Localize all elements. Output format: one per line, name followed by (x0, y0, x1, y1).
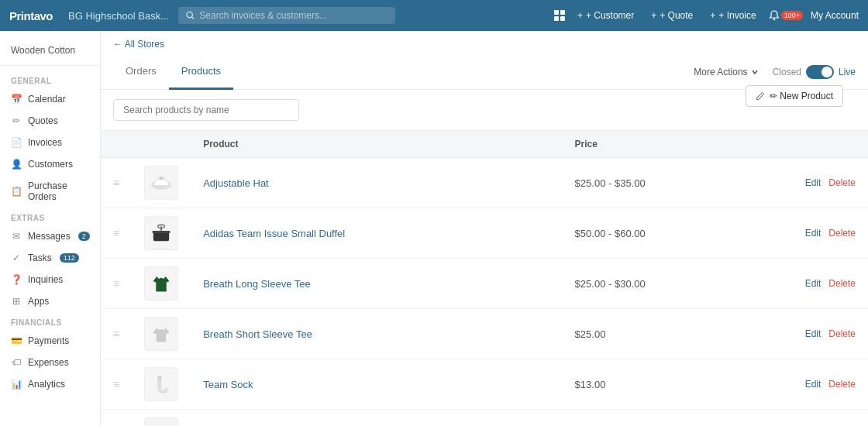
grid-view-icon[interactable] (554, 10, 565, 21)
edit-product-button[interactable]: Edit (805, 328, 822, 339)
new-product-button[interactable]: ✏ New Product (746, 85, 843, 107)
sidebar-section-financials: FINANCIALS (0, 312, 100, 330)
drag-handle[interactable]: ≡ (101, 158, 132, 208)
product-actions-cell: Edit Delete (775, 410, 868, 427)
product-actions-cell: Edit Delete (775, 158, 868, 208)
tab-products[interactable]: Products (169, 54, 233, 90)
sidebar-label-calendar: Calendar (28, 94, 66, 105)
main-content: ← All Stores Orders Products More Action… (101, 31, 868, 426)
product-name-link[interactable]: Breath Long Sleeve Tee (203, 278, 311, 290)
store-name: BG Highschool Bask... (68, 10, 169, 22)
delete-product-button[interactable]: Delete (828, 328, 856, 339)
message-icon: ✉ (11, 231, 22, 242)
check-icon: ✓ (11, 253, 22, 263)
svg-rect-10 (158, 376, 161, 378)
drag-handle[interactable]: ≡ (101, 259, 132, 309)
more-actions-button[interactable]: More Actions (687, 64, 764, 81)
table-row: ≡ Breath Long Sleeve Tee $25.00 - $30.00… (101, 259, 868, 309)
product-name-link[interactable]: Adidas Team Issue Small Duffel (203, 228, 345, 239)
product-image (144, 166, 178, 200)
live-toggle[interactable] (806, 65, 834, 79)
sidebar-label-payments: Payments (28, 335, 69, 346)
sidebar-item-apps[interactable]: ⊞ Apps (0, 290, 100, 312)
table-row: ≡ Breath Short Sleeve Tee $25.00 Edit De… (101, 309, 868, 359)
sidebar-item-analytics[interactable]: 📊 Analytics (0, 373, 100, 395)
toggle-knob (822, 67, 832, 77)
sidebar-item-calendar[interactable]: 📅 Calendar (0, 88, 100, 110)
product-name-link[interactable]: Breath Short Sleeve Tee (203, 328, 312, 340)
sidebar-item-customers[interactable]: 👤 Customers (0, 153, 100, 175)
product-image-cell (132, 158, 191, 208)
products-search-input[interactable] (113, 99, 299, 121)
delete-product-button[interactable]: Delete (828, 228, 856, 239)
drag-handle[interactable]: ≡ (101, 359, 132, 410)
product-image-cell (132, 309, 191, 359)
sidebar-item-expenses[interactable]: 🏷 Expenses (0, 352, 100, 373)
closed-label: Closed (773, 67, 801, 77)
back-to-stores-link[interactable]: ← All Stores (101, 31, 868, 54)
edit-product-button[interactable]: Edit (805, 228, 822, 239)
sidebar-item-quotes[interactable]: ✏ Quotes (0, 110, 100, 132)
my-account-link[interactable]: My Account (811, 10, 859, 21)
product-price: $25.00 - $30.00 (575, 278, 646, 290)
product-name-link[interactable]: Team Sock (203, 379, 253, 390)
product-image-cell (132, 208, 191, 259)
product-name-cell: Climalite Select Polo (191, 410, 562, 427)
edit-product-button[interactable]: Edit (805, 278, 822, 289)
product-price: $25.00 - $35.00 (575, 177, 646, 189)
edit-product-button[interactable]: Edit (805, 379, 822, 390)
product-price-cell: $25.00 - $35.00 (563, 158, 775, 208)
table-row: ≡ Climalite Select Polo $45.00 - $50.00 … (101, 410, 868, 427)
logo: Printavo (9, 9, 53, 22)
sidebar-item-messages[interactable]: ✉ Messages 2 (0, 225, 100, 247)
drag-handle-icon: ≡ (113, 378, 119, 390)
sidebar-item-purchase-orders[interactable]: 📋 Purchase Orders (0, 175, 100, 208)
product-price: $50.00 - $60.00 (575, 228, 646, 239)
sidebar-label-expenses: Expenses (28, 357, 69, 368)
calendar-icon: 📅 (11, 94, 22, 105)
col-actions (775, 131, 868, 158)
chart-icon: 📊 (11, 379, 22, 390)
drag-handle-icon: ≡ (113, 227, 119, 239)
tab-orders[interactable]: Orders (113, 54, 169, 90)
sidebar-item-inquiries[interactable]: ❓ Inquiries (0, 269, 100, 290)
person-icon: 👤 (11, 159, 22, 170)
product-actions: Edit Delete (787, 379, 856, 390)
search-input[interactable] (199, 10, 388, 21)
product-image (144, 266, 178, 301)
sidebar-item-tasks[interactable]: ✓ Tasks 112 (0, 247, 100, 269)
product-price-cell: $25.00 - $30.00 (563, 259, 775, 309)
svg-rect-7 (153, 231, 170, 233)
product-price-cell: $50.00 - $60.00 (563, 208, 775, 259)
delete-product-button[interactable]: Delete (828, 278, 856, 289)
col-product: Product (191, 131, 562, 158)
add-quote-button[interactable]: + + Quote (646, 7, 698, 24)
topnav-right: + + Customer + + Quote + + Invoice 100+ … (554, 7, 859, 24)
product-image-cell (132, 259, 191, 309)
drag-handle[interactable]: ≡ (101, 410, 132, 427)
add-invoice-button[interactable]: + + Invoice (705, 7, 760, 24)
page-header-right: More Actions Closed Live (687, 64, 856, 81)
delete-product-button[interactable]: Delete (828, 379, 856, 390)
delete-product-button[interactable]: Delete (828, 177, 856, 188)
product-name-link[interactable]: Adjustable Hat (203, 177, 269, 189)
sidebar-item-payments[interactable]: 💳 Payments (0, 330, 100, 352)
sidebar-label-messages: Messages (28, 231, 71, 242)
drag-handle[interactable]: ≡ (101, 208, 132, 259)
product-name-cell: Team Sock (191, 359, 562, 410)
add-customer-button[interactable]: + + Customer (573, 7, 639, 24)
table-row: ≡ Adjustable Hat $25.00 - $35.00 Edit De… (101, 158, 868, 208)
pencil-icon: ✏ (11, 115, 22, 126)
search-bar[interactable] (178, 7, 395, 24)
product-price-cell: $45.00 - $50.00 (563, 410, 775, 427)
product-actions: Edit Delete (787, 228, 856, 239)
product-actions: Edit Delete (787, 328, 856, 339)
edit-product-button[interactable]: Edit (805, 177, 822, 188)
sidebar-item-invoices[interactable]: 📄 Invoices (0, 132, 100, 153)
drag-handle-icon: ≡ (113, 177, 119, 189)
drag-handle[interactable]: ≡ (101, 309, 132, 359)
drag-handle-icon: ≡ (113, 328, 119, 340)
product-name-cell: Breath Short Sleeve Tee (191, 309, 562, 359)
notification-bell[interactable]: 100+ (769, 10, 803, 21)
product-price: $13.00 (575, 379, 606, 390)
